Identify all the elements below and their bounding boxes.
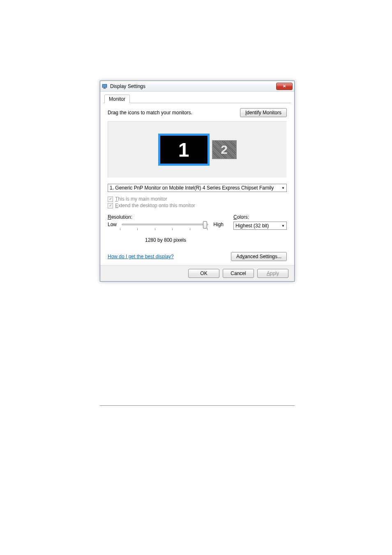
monitor-preview-area[interactable]: 1 2 — [108, 121, 287, 178]
resolution-label: Resolution: — [108, 214, 224, 220]
instruction-row: Drag the icons to match your monitors. I… — [108, 108, 287, 117]
svg-rect-3 — [103, 88, 106, 89]
extend-desktop-checkbox: ✓ — [108, 203, 113, 208]
resolution-slider[interactable] — [122, 224, 208, 225]
bottom-row: How do I get the best display? Advanced … — [108, 252, 287, 261]
tab-monitor[interactable]: Monitor — [104, 95, 130, 103]
advanced-settings-button[interactable]: Advanced Settings... — [231, 252, 287, 261]
instruction-text: Drag the icons to match your monitors. — [108, 110, 192, 116]
svg-rect-1 — [103, 85, 106, 87]
resolution-slider-row: Low High — [108, 222, 224, 227]
main-monitor-checkbox: ✓ — [108, 197, 113, 202]
monitor-1-label: 1 — [178, 139, 189, 161]
monitor-select-dropdown[interactable]: 1. Generic PnP Monitor on Mobile Intel(R… — [108, 184, 287, 192]
colors-dropdown[interactable]: Highest (32 bit) ▼ — [233, 222, 287, 230]
check-icon: ✓ — [109, 197, 112, 201]
resolution-column: Resolution: Low High 1280 by 800 pi — [108, 214, 224, 243]
horizontal-rule — [100, 405, 295, 406]
main-monitor-checkbox-row: ✓ This is my main monitor — [108, 196, 287, 202]
dialog-title: Display Settings — [110, 83, 276, 89]
close-button[interactable]: ✕ — [276, 83, 293, 90]
cancel-button[interactable]: Cancel — [223, 269, 254, 278]
monitor-2-label: 2 — [221, 143, 228, 157]
close-icon: ✕ — [283, 84, 286, 88]
monitor-1[interactable]: 1 — [158, 134, 210, 166]
tab-area: Monitor — [100, 92, 294, 103]
slider-ticks — [120, 228, 207, 231]
slider-high-label: High — [213, 222, 224, 227]
tab-row: Monitor — [104, 94, 291, 103]
titlebar[interactable]: Display Settings ✕ — [100, 81, 294, 92]
display-icon — [102, 83, 108, 90]
extend-desktop-checkbox-row: ✓ Extend the desktop onto this monitor — [108, 203, 287, 208]
settings-columns: Resolution: Low High 1280 by 800 pi — [108, 214, 287, 243]
dropdown-arrow-icon: ▼ — [281, 186, 285, 190]
colors-value: Highest (32 bit) — [235, 223, 269, 229]
slider-thumb[interactable] — [203, 221, 207, 229]
dialog-content: Drag the icons to match your monitors. I… — [100, 103, 294, 265]
extend-desktop-label: Extend the desktop onto this monitor — [115, 203, 195, 208]
monitor-2[interactable]: 2 — [212, 140, 237, 159]
resolution-value: 1280 by 800 pixels — [108, 237, 224, 243]
colors-column: Colors: Highest (32 bit) ▼ — [233, 214, 287, 243]
dialog-button-bar: OK Cancel Apply — [100, 265, 294, 281]
monitor-select-value: 1. Generic PnP Monitor on Mobile Intel(R… — [110, 185, 274, 191]
apply-button: Apply — [257, 269, 288, 278]
slider-low-label: Low — [108, 222, 117, 227]
help-link[interactable]: How do I get the best display? — [108, 254, 174, 259]
check-icon: ✓ — [109, 204, 112, 208]
identify-monitors-button[interactable]: Identify Monitors — [240, 108, 287, 117]
dropdown-arrow-icon: ▼ — [281, 224, 285, 228]
colors-label: Colors: — [233, 214, 287, 220]
svg-rect-2 — [104, 88, 105, 88]
ok-button[interactable]: OK — [188, 269, 219, 278]
main-monitor-label: This is my main monitor — [115, 196, 167, 202]
display-settings-dialog: Display Settings ✕ Monitor Drag the icon… — [100, 81, 295, 282]
